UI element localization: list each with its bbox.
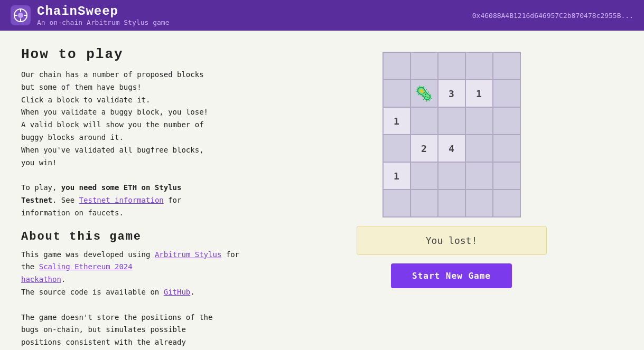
game-cell[interactable] [411,108,437,134]
game-cell[interactable] [493,190,520,216]
game-cell[interactable] [411,53,437,79]
main-content: How to play Our chain has a number of pr… [0,31,644,350]
game-cell[interactable] [493,108,520,134]
header-left: ChainSweep An on-chain Arbitrum Stylus g… [11,4,169,26]
about-title: About this game [21,230,248,243]
game-cell[interactable]: 1 [384,163,410,189]
cell-number: 2 [421,143,427,154]
start-new-game-button[interactable]: Start New Game [391,263,512,288]
arbitrum-link[interactable]: Arbitrum Stylus [155,250,221,259]
game-cell[interactable] [438,53,465,79]
status-banner: You lost! [357,226,547,255]
game-cell[interactable]: 1 [466,80,492,107]
game-cell[interactable]: 3 [438,80,465,107]
right-panel: 🦠311241 You lost! Start New Game [280,46,623,350]
game-cell[interactable] [411,163,437,189]
app-title: ChainSweep [37,4,169,18]
game-cell[interactable] [384,135,410,162]
app-subtitle: An on-chain Arbitrum Stylus game [37,18,169,26]
game-cell[interactable] [493,163,520,189]
app-header: ChainSweep An on-chain Arbitrum Stylus g… [0,0,644,31]
game-cell[interactable] [466,108,492,134]
game-cell[interactable] [493,53,520,79]
game-cell[interactable] [466,163,492,189]
game-cell[interactable] [493,80,520,107]
testnet-link[interactable]: Testnet information [79,196,164,204]
wallet-address: 0x46088A4B1216d646957C2b870478c2955B... [472,12,633,20]
game-cell[interactable] [438,108,465,134]
left-panel: How to play Our chain has a number of pr… [21,46,248,350]
cell-number: 1 [394,171,399,182]
game-cell[interactable]: 2 [411,135,437,162]
status-message: You lost! [426,235,478,246]
bug-icon: 🦠 [415,85,433,102]
game-cell[interactable]: 4 [438,135,465,162]
game-cell[interactable] [411,190,437,216]
game-cell[interactable] [384,80,410,107]
github-link[interactable]: GitHub [164,288,191,296]
game-cell[interactable] [466,190,492,216]
game-cell[interactable] [493,135,520,162]
cell-number: 1 [476,88,482,99]
svg-point-1 [18,13,23,18]
header-title-block: ChainSweep An on-chain Arbitrum Stylus g… [37,4,169,26]
cell-number: 3 [449,88,454,99]
about-section: About this game This game was developed … [21,230,248,350]
hackathon-link[interactable]: Scaling Ethereum 2024hackathon [21,262,133,283]
game-cell[interactable] [384,53,410,79]
how-to-play-title: How to play [21,46,248,62]
game-cell[interactable] [384,190,410,216]
instructions-text: Our chain has a number of proposed block… [21,69,248,220]
cell-number: 4 [449,143,454,154]
cell-number: 1 [394,116,399,127]
game-cell[interactable] [438,163,465,189]
game-cell[interactable] [438,190,465,216]
game-cell[interactable] [466,135,492,162]
game-cell[interactable]: 🦠 [411,80,437,107]
app-logo-icon [11,5,31,25]
game-grid: 🦠311241 [382,52,521,217]
game-cell[interactable]: 1 [384,108,410,134]
game-cell[interactable] [466,53,492,79]
about-text: This game was developed using Arbitrum S… [21,249,248,350]
